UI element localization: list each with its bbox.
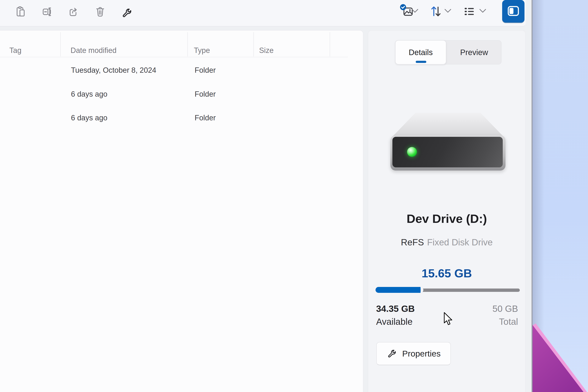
drive-icon [390, 113, 506, 170]
used-space-value: 15.65 GB [368, 266, 525, 280]
sort-button[interactable] [428, 4, 444, 19]
storage-bar-fill [376, 287, 423, 293]
total-label: Total [499, 316, 518, 327]
column-separator[interactable] [188, 32, 188, 56]
rename-icon [42, 6, 53, 18]
details-pane-tabs: Details Preview [395, 40, 502, 64]
rename-button[interactable] [40, 4, 55, 19]
details-pane-toggle-icon [508, 6, 519, 17]
cell-date-modified: 6 days ago [71, 90, 108, 98]
view-dropdown-chevron[interactable] [479, 8, 487, 14]
cell-date-modified: Tuesday, October 8, 2024 [71, 66, 156, 75]
active-tab-indicator [416, 61, 426, 63]
chevron-down-icon [444, 8, 452, 14]
details-pane-toggle-button[interactable] [502, 0, 524, 22]
column-separator[interactable] [60, 32, 61, 56]
properties-button-label: Properties [402, 349, 440, 358]
drive-name: Dev Drive (D:) [368, 212, 525, 226]
details-pane: Details Preview Dev Drive (D:) ReFSFixed… [368, 30, 526, 392]
drive-icon-top [390, 113, 506, 136]
column-header-date-modified[interactable]: Date modified [70, 46, 116, 55]
file-list: Tag Date modified Type Size Tuesday, Oct… [0, 30, 364, 392]
properties-button[interactable]: Properties [376, 342, 451, 365]
cell-type: Folder [195, 66, 216, 75]
view-button[interactable] [462, 4, 477, 19]
paste-icon [15, 6, 26, 18]
wrench-icon [386, 347, 397, 360]
sort-dropdown-chevron[interactable] [444, 8, 452, 14]
delete-icon [94, 6, 106, 18]
storage-bar [376, 287, 520, 293]
header-divider [0, 57, 348, 57]
wallpaper-magenta-shape [532, 324, 588, 392]
column-header-type[interactable]: Type [194, 46, 210, 55]
drive-led-indicator [407, 147, 417, 157]
column-separator[interactable] [254, 32, 254, 56]
cursor-pointer [444, 312, 452, 326]
column-header-tag[interactable]: Tag [10, 46, 21, 55]
share-button[interactable] [66, 4, 81, 19]
file-explorer-window: Tag Date modified Type Size Tuesday, Oct… [0, 0, 588, 392]
toolbar [0, 0, 526, 26]
available-value: 34.35 GB [376, 304, 415, 314]
drive-filesystem: ReFS [401, 237, 424, 247]
paste-button[interactable] [13, 4, 28, 19]
cell-type: Folder [195, 90, 216, 98]
available-label: Available [376, 316, 412, 327]
total-value: 50 GB [492, 304, 518, 314]
desktop-wallpaper [532, 0, 588, 392]
cell-date-modified: 6 days ago [71, 113, 108, 122]
delete-button[interactable] [93, 4, 108, 19]
tool-button[interactable] [119, 4, 134, 19]
column-header-size[interactable]: Size [259, 46, 274, 55]
column-separator[interactable] [330, 32, 330, 56]
share-icon [68, 6, 80, 18]
drive-type-label: Fixed Disk Drive [427, 237, 493, 247]
drive-subtitle: ReFSFixed Disk Drive [368, 237, 525, 248]
cell-type: Folder [195, 113, 216, 122]
view-icon [463, 5, 475, 18]
tab-preview[interactable]: Preview [446, 40, 502, 64]
chevron-down-icon [412, 8, 418, 14]
wrench-tool-icon [121, 6, 133, 18]
sort-icon [430, 5, 443, 18]
chevron-down-icon [479, 8, 486, 14]
select-dropdown-chevron[interactable] [411, 8, 419, 14]
